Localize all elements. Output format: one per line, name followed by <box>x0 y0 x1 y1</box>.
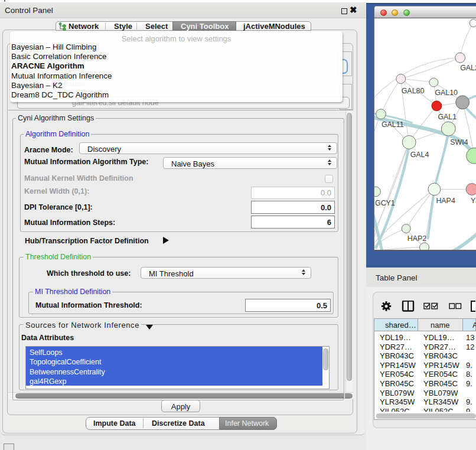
svg-text:GAL2: GAL2 <box>460 64 476 72</box>
svg-text:HAP4: HAP4 <box>436 197 455 205</box>
svg-text:YJ: YJ <box>471 197 476 205</box>
svg-text:GCY1: GCY1 <box>375 199 395 207</box>
svg-text:GAL4: GAL4 <box>410 151 429 159</box>
svg-text:HAP2: HAP2 <box>407 234 427 243</box>
svg-text:GAL11: GAL11 <box>382 120 404 129</box>
svg-text:GAL80: GAL80 <box>402 87 425 95</box>
svg-text:GAL10: GAL10 <box>435 89 458 97</box>
svg-text:GAL1: GAL1 <box>438 113 457 121</box>
svg-text:SWI4: SWI4 <box>450 138 468 146</box>
